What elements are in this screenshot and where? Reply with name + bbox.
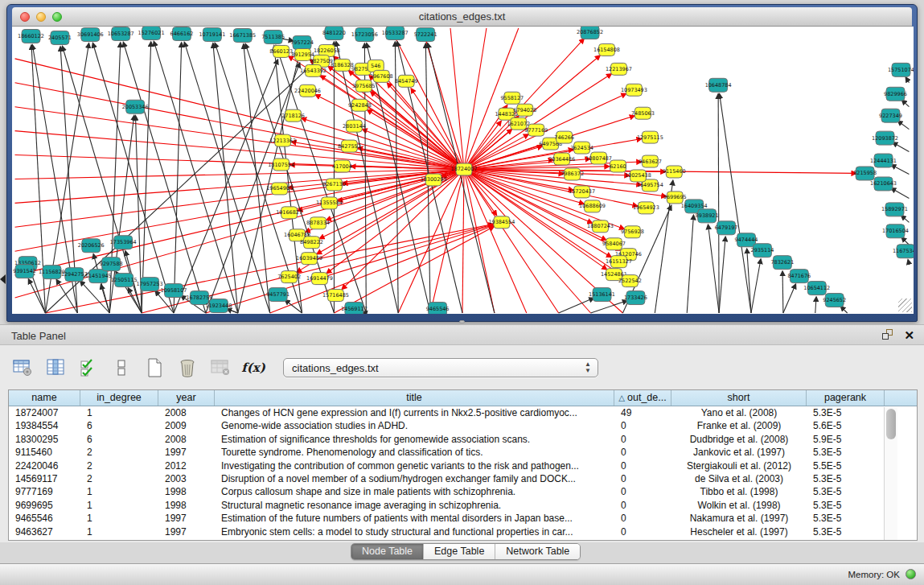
- table-cell[interactable]: 5.3E-5: [807, 485, 885, 498]
- network-node[interactable]: 9558127: [500, 92, 524, 104]
- network-node[interactable]: 30691406: [77, 27, 104, 41]
- network-node[interactable]: 15276021: [138, 27, 165, 39]
- table-cell[interactable]: 2012: [158, 459, 215, 472]
- network-node[interactable]: 9465546: [426, 303, 450, 314]
- table-cell[interactable]: 5.3E-5: [807, 446, 885, 459]
- table-cell[interactable]: 0: [614, 446, 671, 459]
- network-node[interactable]: 10648784: [705, 78, 732, 92]
- network-node[interactable]: 2935114: [751, 244, 774, 257]
- select-columns-icon[interactable]: [77, 357, 100, 378]
- create-column-icon[interactable]: [143, 357, 166, 378]
- network-node[interactable]: 9756928: [621, 226, 644, 238]
- function-builder-icon[interactable]: f(x): [242, 357, 265, 378]
- network-node[interactable]: 746266: [554, 131, 574, 143]
- delete-table-icon[interactable]: [209, 357, 232, 378]
- table-cell[interactable]: 1997: [158, 446, 215, 459]
- table-cell[interactable]: Stergiakouli et al. (2012): [671, 459, 807, 472]
- network-edge[interactable]: [142, 42, 151, 313]
- network-edge[interactable]: [901, 100, 909, 106]
- table-mode-icon[interactable]: [11, 357, 34, 378]
- network-node[interactable]: 12505115: [111, 274, 138, 287]
- memory-status-icon[interactable]: [906, 569, 916, 579]
- network-node[interactable]: 18660122: [18, 29, 44, 43]
- table-cell[interactable]: 2: [80, 472, 158, 485]
- network-node[interactable]: 7986372: [561, 168, 584, 180]
- table-cell[interactable]: 9115460: [9, 446, 80, 459]
- float-panel-icon[interactable]: [882, 329, 894, 341]
- network-edge[interactable]: [747, 249, 751, 313]
- table-cell[interactable]: 5.6E-5: [807, 419, 885, 432]
- table-cell[interactable]: 2: [80, 446, 158, 459]
- table-cell[interactable]: 2009: [158, 419, 215, 432]
- close-panel-icon[interactable]: ✕: [904, 329, 914, 341]
- table-cell[interactable]: Tourette syndrome. Phenomenology and cla…: [215, 446, 614, 459]
- network-node[interactable]: 9115460: [663, 166, 686, 178]
- network-edge[interactable]: [28, 279, 45, 313]
- table-cell[interactable]: 1997: [158, 512, 215, 525]
- network-edge[interactable]: [906, 77, 909, 83]
- network-node[interactable]: 19654923: [633, 202, 659, 214]
- column-header[interactable]: title: [215, 390, 614, 406]
- network-node[interactable]: 15136141: [589, 288, 615, 302]
- table-cell[interactable]: 1: [80, 499, 158, 512]
- scrollbar-thumb[interactable]: [886, 409, 896, 439]
- network-node[interactable]: 6794028: [513, 104, 536, 116]
- table-row[interactable]: 977716911998Corpus callosum shape and si…: [9, 485, 917, 498]
- table-cell[interactable]: 18300295: [9, 433, 80, 446]
- network-node[interactable]: 8481220: [322, 27, 346, 39]
- table-cell[interactable]: Corpus callosum shape and size in male p…: [215, 485, 614, 498]
- table-cell[interactable]: 2003: [158, 472, 215, 485]
- column-header[interactable]: short: [671, 390, 807, 406]
- network-node[interactable]: 7485063: [631, 107, 655, 119]
- network-node[interactable]: 10958107: [161, 284, 187, 298]
- network-node[interactable]: 9699695: [663, 192, 687, 204]
- network-node[interactable]: 14569117: [341, 303, 368, 314]
- table-cell[interactable]: 9465546: [9, 512, 80, 525]
- network-node[interactable]: 1733426: [624, 291, 647, 305]
- table-cell[interactable]: Hescheler et al. (1997): [671, 525, 807, 538]
- network-node[interactable]: 11923448: [205, 299, 232, 313]
- table-cell[interactable]: 0: [614, 419, 671, 432]
- collapse-arrow-icon[interactable]: [0, 274, 6, 284]
- table-cell[interactable]: 5.9E-5: [807, 433, 885, 446]
- network-node[interactable]: 2522542: [618, 275, 642, 287]
- network-edge[interactable]: [815, 297, 816, 313]
- table-cell[interactable]: Wolkin et al. (1998): [671, 499, 807, 512]
- network-node[interactable]: 8454749: [395, 75, 418, 87]
- table-row[interactable]: 911546021997Tourette syndrome. Phenomeno…: [9, 446, 917, 459]
- network-node[interactable]: 15723056: [351, 27, 378, 41]
- table-cell[interactable]: Structural magnetic resonance image aver…: [215, 499, 614, 512]
- network-node[interactable]: 20053346: [122, 100, 149, 113]
- table-row[interactable]: 946554611997Estimation of the future num…: [9, 512, 917, 525]
- network-node[interactable]: 12213967: [606, 63, 632, 75]
- network-edge[interactable]: [464, 121, 501, 169]
- delete-column-icon[interactable]: [176, 357, 199, 378]
- network-node[interactable]: 8215958: [853, 167, 877, 180]
- table-cell[interactable]: 19384554: [9, 419, 80, 432]
- network-edge[interactable]: [464, 170, 559, 314]
- network-canvas[interactable]: 1866012224055713069140610653287152760216…: [12, 27, 914, 314]
- table-row[interactable]: 1872400712008Changes of HCN gene express…: [9, 406, 917, 419]
- network-node[interactable]: 6466162: [170, 27, 194, 40]
- resize-grip[interactable]: [898, 299, 912, 312]
- network-edge[interactable]: [783, 284, 796, 313]
- network-edge[interactable]: [720, 94, 751, 313]
- network-node[interactable]: 7625402: [277, 271, 301, 283]
- table-cell[interactable]: Investigating the contribution of common…: [215, 459, 614, 472]
- network-node[interactable]: 9242848: [348, 99, 372, 111]
- row-height-icon[interactable]: [110, 357, 133, 378]
- network-node[interactable]: 2967608: [370, 70, 393, 82]
- network-node[interactable]: 9227349: [879, 109, 902, 122]
- network-edge[interactable]: [464, 170, 611, 257]
- network-node[interactable]: 417004: [332, 160, 352, 172]
- tab-node-table[interactable]: Node Table: [351, 544, 424, 559]
- network-edge[interactable]: [708, 225, 719, 313]
- network-node[interactable]: 6479197: [715, 221, 738, 235]
- table-cell[interactable]: 6: [80, 433, 158, 446]
- network-node[interactable]: 2803144: [343, 120, 366, 132]
- network-node[interactable]: 7511385: [261, 30, 285, 43]
- network-edge[interactable]: [908, 260, 909, 264]
- network-node[interactable]: 9297588: [100, 257, 123, 271]
- network-edge[interactable]: [897, 121, 909, 129]
- table-cell[interactable]: 14569117: [9, 472, 80, 485]
